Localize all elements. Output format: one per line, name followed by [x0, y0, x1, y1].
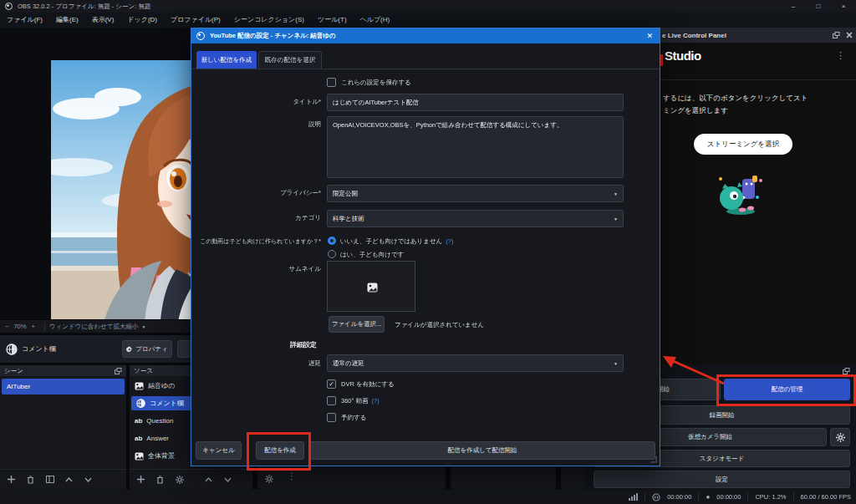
menu-view[interactable]: 表示(V)	[85, 13, 121, 28]
source-properties-button[interactable]	[175, 475, 184, 484]
privacy-select[interactable]: 限定公開 ▼	[327, 185, 624, 202]
divider	[44, 323, 45, 331]
zoom-out-button[interactable]: −	[0, 323, 13, 330]
create-broadcast-button[interactable]: 配信を作成	[256, 441, 304, 460]
scene-item-aituber[interactable]: AITuber	[2, 379, 125, 395]
cancel-button[interactable]: キャンセル	[196, 441, 242, 460]
properties-label: プロパティ	[135, 345, 167, 354]
move-source-up-button[interactable]	[204, 475, 213, 484]
minimize-button[interactable]: –	[781, 3, 806, 10]
text-icon: ab	[135, 417, 142, 425]
video-360-label: 360° 動画(?)	[341, 397, 380, 405]
zoom-in-button[interactable]: +	[26, 323, 39, 330]
advanced-audio-gear-icon[interactable]	[264, 474, 273, 483]
gear-icon	[836, 433, 845, 442]
source-label: Answer	[146, 435, 169, 442]
menu-file[interactable]: ファイル(F)	[0, 13, 49, 28]
audio-mixer-dock-bottom: ⋮	[257, 467, 446, 489]
help-link[interactable]: (?)	[372, 397, 380, 405]
virtual-camera-settings-button[interactable]	[830, 428, 850, 446]
message-line-1: するには、以下のボタンをクリックしてスト	[663, 92, 808, 104]
stream-time: 00:00:00	[667, 493, 691, 501]
maximize-button[interactable]: □	[806, 3, 831, 10]
message-line-2: ミングを選択します	[663, 104, 808, 117]
category-value: 科学と技術	[333, 215, 364, 223]
chevron-down-icon[interactable]: ▼	[141, 324, 145, 329]
youtube-logo-icon	[660, 54, 663, 66]
cpu-usage: CPU: 1.2%	[755, 493, 786, 501]
manage-broadcast-button[interactable]: 配信の管理	[724, 379, 850, 400]
chevron-down-icon: ▼	[614, 361, 618, 366]
menu-help[interactable]: ヘルプ(H)	[354, 13, 397, 28]
privacy-value: 限定公開	[333, 190, 358, 198]
remove-scene-button[interactable]	[26, 475, 35, 484]
remove-source-button[interactable]	[155, 475, 165, 484]
image-icon	[367, 283, 378, 293]
popout-icon[interactable]	[843, 368, 850, 374]
latency-label: 遅延	[225, 359, 321, 368]
dialog-close-icon[interactable]: ✕	[646, 32, 653, 40]
tab-select-existing-stream[interactable]: 既存の配信を選択	[258, 51, 322, 69]
scenes-toolbar	[0, 469, 126, 489]
menu-edit[interactable]: 編集(E)	[49, 13, 85, 28]
close-button[interactable]: ×	[831, 3, 856, 10]
latency-select[interactable]: 通常の遅延 ▼	[327, 354, 624, 372]
popout-icon[interactable]	[833, 32, 840, 38]
thumbnail-dropzone[interactable]	[327, 261, 415, 312]
globe-icon	[136, 399, 145, 408]
choose-file-button[interactable]: ファイルを選択...	[329, 316, 385, 333]
add-source-button[interactable]	[136, 475, 145, 484]
menu-scene-collection[interactable]: シーンコレクション(S)	[227, 13, 311, 28]
divider	[191, 69, 660, 69]
save-settings-checkbox[interactable]	[327, 78, 336, 87]
scenes-header-label: シーン	[4, 367, 23, 375]
kids-no-radio[interactable]	[328, 237, 336, 245]
popout-icon[interactable]	[115, 368, 122, 374]
image-icon	[135, 382, 144, 390]
settings-button[interactable]: 設定	[594, 471, 850, 488]
video-360-checkbox[interactable]	[327, 396, 336, 405]
kids-yes-radio[interactable]	[328, 250, 336, 258]
category-select[interactable]: 科学と技術 ▼	[327, 210, 624, 227]
thumbnail-label: サムネイル	[225, 265, 321, 273]
create-and-start-broadcast-button[interactable]: 配信を作成して配信開始	[309, 441, 655, 460]
dialog-resize-grip[interactable]	[650, 456, 657, 463]
stream-timer-icon	[652, 493, 660, 501]
menu-docks[interactable]: ドック(D)	[120, 13, 164, 28]
properties-button[interactable]: プロパティ	[122, 340, 172, 358]
source-label: コメント欄	[150, 399, 184, 408]
menu-profile[interactable]: プロファイル(P)	[164, 13, 227, 28]
title-input[interactable]: はじめてのAITuberテスト配信	[327, 94, 624, 111]
globe-icon	[6, 344, 18, 355]
kids-yes-label: はい、子ども向けです	[340, 251, 404, 259]
dialog-titlebar[interactable]: YouTube 配信の設定 - チャンネル: 結音ゆの ✕	[191, 28, 660, 43]
add-scene-button[interactable]	[7, 475, 16, 484]
tab-create-new-stream[interactable]: 新しい配信を作成	[196, 51, 257, 69]
advanced-settings-header: 詳細設定	[290, 340, 317, 349]
chevron-down-icon: ▼	[614, 216, 618, 221]
dvr-checkbox[interactable]: ✓	[327, 379, 336, 389]
description-value: OpenAI,VOICEVOX,OBSを、Pythonで組み合わせて配信する構成…	[333, 121, 563, 130]
scene-filters-button[interactable]	[45, 475, 54, 484]
kebab-menu-icon[interactable]: ⋮	[836, 50, 845, 61]
category-label: カテゴリ	[225, 214, 321, 222]
title-label: タイトル*	[225, 98, 321, 106]
source-label: 結音ゆの	[148, 381, 175, 390]
save-settings-label: これらの設定を保存する	[341, 79, 411, 87]
studio-mascots-illustration	[717, 172, 766, 216]
schedule-checkbox[interactable]	[327, 413, 336, 422]
move-source-down-button[interactable]	[223, 475, 232, 484]
sources-toolbar	[130, 469, 252, 489]
move-scene-up-button[interactable]	[64, 475, 74, 484]
menu-tools[interactable]: ツール(T)	[311, 13, 354, 28]
close-icon[interactable]	[846, 32, 853, 38]
kebab-menu-icon[interactable]: ⋮	[288, 471, 296, 481]
fit-window-mode[interactable]: ウィンドウに合わせて拡大縮小	[49, 323, 139, 331]
move-scene-down-button[interactable]	[84, 475, 93, 484]
dialog-title: YouTube 配信の設定 - チャンネル: 結音ゆの	[210, 32, 336, 40]
description-textarea[interactable]: OpenAI,VOICEVOX,OBSを、Pythonで組み合わせて配信する構成…	[327, 116, 624, 178]
source-label: Question	[146, 417, 173, 425]
select-stream-button[interactable]: ストリーミングを選択	[694, 134, 792, 155]
help-link[interactable]: (?)	[446, 237, 453, 245]
latency-value: 通常の遅延	[333, 359, 364, 368]
